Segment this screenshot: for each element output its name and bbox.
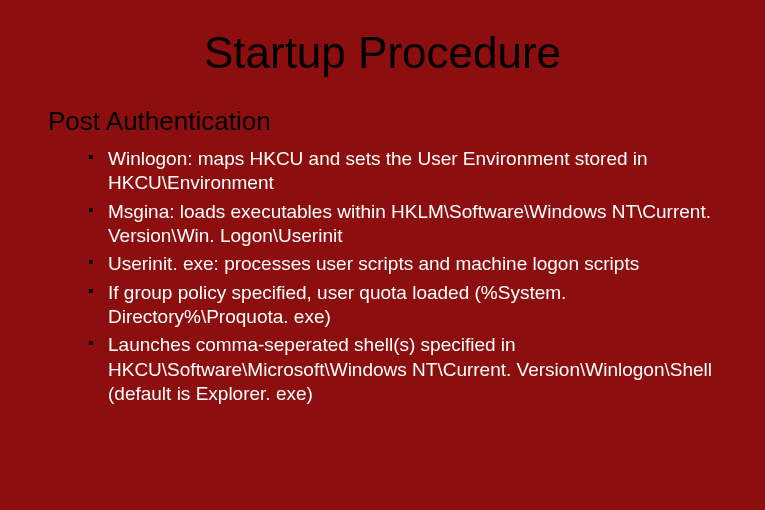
list-item: If group policy specified, user quota lo… bbox=[88, 281, 717, 330]
slide-subhead: Post Authentication bbox=[48, 106, 717, 137]
list-item: Winlogon: maps HKCU and sets the User En… bbox=[88, 147, 717, 196]
slide-title: Startup Procedure bbox=[48, 28, 717, 78]
bullet-list: Winlogon: maps HKCU and sets the User En… bbox=[48, 147, 717, 406]
list-item: Userinit. exe: processes user scripts an… bbox=[88, 252, 717, 276]
slide: Startup Procedure Post Authentication Wi… bbox=[0, 0, 765, 510]
list-item: Msgina: loads executables within HKLM\So… bbox=[88, 200, 717, 249]
list-item: Launches comma-seperated shell(s) specif… bbox=[88, 333, 717, 406]
